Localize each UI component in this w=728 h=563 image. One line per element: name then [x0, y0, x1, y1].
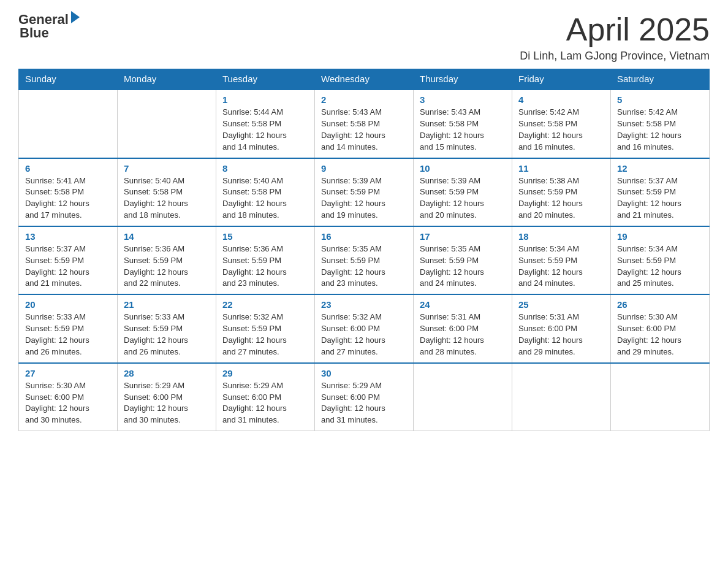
calendar-cell: 30Sunrise: 5:29 AM Sunset: 6:00 PM Dayli… — [315, 363, 414, 431]
calendar-week-1: 1Sunrise: 5:44 AM Sunset: 5:58 PM Daylig… — [19, 90, 710, 158]
day-number: 5 — [617, 94, 703, 105]
day-info: Sunrise: 5:35 AM Sunset: 5:59 PM Dayligh… — [321, 243, 407, 289]
calendar-cell: 8Sunrise: 5:40 AM Sunset: 5:58 PM Daylig… — [216, 158, 315, 226]
calendar-cell: 18Sunrise: 5:34 AM Sunset: 5:59 PM Dayli… — [512, 226, 611, 294]
calendar-cell: 27Sunrise: 5:30 AM Sunset: 6:00 PM Dayli… — [19, 363, 118, 431]
day-header-tuesday: Tuesday — [216, 69, 315, 90]
calendar-week-5: 27Sunrise: 5:30 AM Sunset: 6:00 PM Dayli… — [19, 363, 710, 431]
logo-arrow-icon — [71, 11, 80, 23]
header-row: SundayMondayTuesdayWednesdayThursdayFrid… — [19, 69, 710, 90]
day-header-monday: Monday — [118, 69, 216, 90]
day-info: Sunrise: 5:32 AM Sunset: 5:59 PM Dayligh… — [222, 312, 308, 358]
day-info: Sunrise: 5:35 AM Sunset: 5:59 PM Dayligh… — [420, 243, 506, 289]
page-header: General Blue April 2025 Di Linh, Lam GJo… — [18, 12, 710, 63]
calendar-week-3: 13Sunrise: 5:37 AM Sunset: 5:59 PM Dayli… — [19, 226, 710, 294]
day-number: 4 — [518, 94, 604, 105]
day-info: Sunrise: 5:39 AM Sunset: 5:59 PM Dayligh… — [420, 175, 506, 221]
day-number: 7 — [124, 163, 210, 174]
location-text: Di Linh, Lam GJong Province, Vietnam — [520, 50, 710, 63]
day-number: 25 — [518, 299, 604, 310]
calendar-cell: 26Sunrise: 5:30 AM Sunset: 6:00 PM Dayli… — [611, 294, 710, 362]
calendar-cell: 16Sunrise: 5:35 AM Sunset: 5:59 PM Dayli… — [315, 226, 414, 294]
day-header-saturday: Saturday — [611, 69, 710, 90]
calendar-cell: 4Sunrise: 5:42 AM Sunset: 5:58 PM Daylig… — [512, 90, 611, 158]
calendar-cell — [611, 363, 710, 431]
day-info: Sunrise: 5:29 AM Sunset: 6:00 PM Dayligh… — [124, 380, 210, 426]
calendar-cell: 13Sunrise: 5:37 AM Sunset: 5:59 PM Dayli… — [19, 226, 118, 294]
calendar-cell: 19Sunrise: 5:34 AM Sunset: 5:59 PM Dayli… — [611, 226, 710, 294]
day-number: 9 — [321, 163, 407, 174]
day-number: 3 — [420, 94, 506, 105]
day-number: 10 — [420, 163, 506, 174]
day-number: 24 — [420, 299, 506, 310]
logo: General Blue — [18, 12, 80, 40]
calendar-week-4: 20Sunrise: 5:33 AM Sunset: 5:59 PM Dayli… — [19, 294, 710, 362]
day-info: Sunrise: 5:37 AM Sunset: 5:59 PM Dayligh… — [25, 243, 111, 289]
day-info: Sunrise: 5:39 AM Sunset: 5:59 PM Dayligh… — [321, 175, 407, 221]
calendar-body: 1Sunrise: 5:44 AM Sunset: 5:58 PM Daylig… — [19, 90, 710, 431]
day-info: Sunrise: 5:30 AM Sunset: 6:00 PM Dayligh… — [25, 380, 111, 426]
day-number: 26 — [617, 299, 703, 310]
calendar-cell: 15Sunrise: 5:36 AM Sunset: 5:59 PM Dayli… — [216, 226, 315, 294]
calendar-cell: 20Sunrise: 5:33 AM Sunset: 5:59 PM Dayli… — [19, 294, 118, 362]
calendar-cell: 23Sunrise: 5:32 AM Sunset: 6:00 PM Dayli… — [315, 294, 414, 362]
calendar-cell: 3Sunrise: 5:43 AM Sunset: 5:58 PM Daylig… — [414, 90, 512, 158]
day-info: Sunrise: 5:31 AM Sunset: 6:00 PM Dayligh… — [420, 312, 506, 358]
day-number: 29 — [222, 368, 308, 378]
day-number: 22 — [222, 299, 308, 310]
day-info: Sunrise: 5:36 AM Sunset: 5:59 PM Dayligh… — [124, 243, 210, 289]
day-number: 20 — [25, 299, 111, 310]
calendar-cell: 7Sunrise: 5:40 AM Sunset: 5:58 PM Daylig… — [118, 158, 216, 226]
calendar-cell: 22Sunrise: 5:32 AM Sunset: 5:59 PM Dayli… — [216, 294, 315, 362]
day-info: Sunrise: 5:29 AM Sunset: 6:00 PM Dayligh… — [321, 380, 407, 426]
day-info: Sunrise: 5:44 AM Sunset: 5:58 PM Dayligh… — [222, 107, 308, 153]
day-number: 16 — [321, 231, 407, 242]
day-number: 11 — [518, 163, 604, 174]
day-info: Sunrise: 5:42 AM Sunset: 5:58 PM Dayligh… — [518, 107, 604, 153]
calendar-table: SundayMondayTuesdayWednesdayThursdayFrid… — [18, 69, 710, 431]
day-header-wednesday: Wednesday — [315, 69, 414, 90]
day-number: 23 — [321, 299, 407, 310]
day-header-thursday: Thursday — [414, 69, 512, 90]
day-info: Sunrise: 5:34 AM Sunset: 5:59 PM Dayligh… — [617, 243, 703, 289]
day-header-friday: Friday — [512, 69, 611, 90]
day-number: 21 — [124, 299, 210, 310]
day-number: 14 — [124, 231, 210, 242]
calendar-cell — [118, 90, 216, 158]
day-number: 2 — [321, 94, 407, 105]
day-number: 27 — [25, 368, 111, 378]
calendar-cell: 25Sunrise: 5:31 AM Sunset: 6:00 PM Dayli… — [512, 294, 611, 362]
day-info: Sunrise: 5:42 AM Sunset: 5:58 PM Dayligh… — [617, 107, 703, 153]
calendar-cell — [512, 363, 611, 431]
calendar-cell: 29Sunrise: 5:29 AM Sunset: 6:00 PM Dayli… — [216, 363, 315, 431]
calendar-cell: 12Sunrise: 5:37 AM Sunset: 5:59 PM Dayli… — [611, 158, 710, 226]
calendar-cell: 21Sunrise: 5:33 AM Sunset: 5:59 PM Dayli… — [118, 294, 216, 362]
calendar-cell: 10Sunrise: 5:39 AM Sunset: 5:59 PM Dayli… — [414, 158, 512, 226]
calendar-cell: 28Sunrise: 5:29 AM Sunset: 6:00 PM Dayli… — [118, 363, 216, 431]
calendar-cell: 5Sunrise: 5:42 AM Sunset: 5:58 PM Daylig… — [611, 90, 710, 158]
calendar-week-2: 6Sunrise: 5:41 AM Sunset: 5:58 PM Daylig… — [19, 158, 710, 226]
calendar-header: SundayMondayTuesdayWednesdayThursdayFrid… — [19, 69, 710, 90]
day-number: 6 — [25, 163, 111, 174]
day-number: 15 — [222, 231, 308, 242]
day-info: Sunrise: 5:32 AM Sunset: 6:00 PM Dayligh… — [321, 312, 407, 358]
calendar-cell: 6Sunrise: 5:41 AM Sunset: 5:58 PM Daylig… — [19, 158, 118, 226]
day-info: Sunrise: 5:33 AM Sunset: 5:59 PM Dayligh… — [124, 312, 210, 358]
calendar-cell: 2Sunrise: 5:43 AM Sunset: 5:58 PM Daylig… — [315, 90, 414, 158]
day-info: Sunrise: 5:37 AM Sunset: 5:59 PM Dayligh… — [617, 175, 703, 221]
day-info: Sunrise: 5:38 AM Sunset: 5:59 PM Dayligh… — [518, 175, 604, 221]
day-number: 13 — [25, 231, 111, 242]
day-number: 8 — [222, 163, 308, 174]
day-info: Sunrise: 5:31 AM Sunset: 6:00 PM Dayligh… — [518, 312, 604, 358]
day-header-sunday: Sunday — [19, 69, 118, 90]
title-block: April 2025 Di Linh, Lam GJong Province, … — [520, 12, 710, 63]
day-info: Sunrise: 5:41 AM Sunset: 5:58 PM Dayligh… — [25, 175, 111, 221]
calendar-cell: 24Sunrise: 5:31 AM Sunset: 6:00 PM Dayli… — [414, 294, 512, 362]
calendar-cell: 1Sunrise: 5:44 AM Sunset: 5:58 PM Daylig… — [216, 90, 315, 158]
day-info: Sunrise: 5:30 AM Sunset: 6:00 PM Dayligh… — [617, 312, 703, 358]
month-title: April 2025 — [520, 12, 710, 47]
day-number: 1 — [222, 94, 308, 105]
day-info: Sunrise: 5:40 AM Sunset: 5:58 PM Dayligh… — [222, 175, 308, 221]
calendar-cell — [19, 90, 118, 158]
day-number: 18 — [518, 231, 604, 242]
